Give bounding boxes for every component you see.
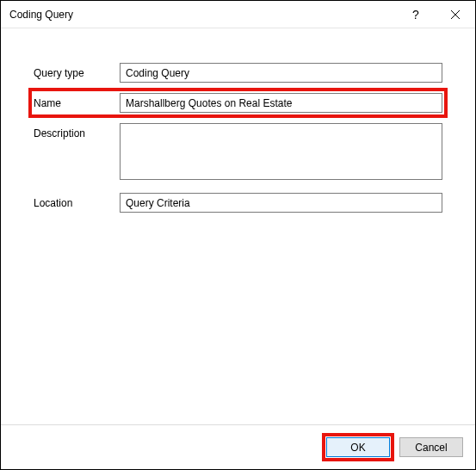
dialog-window: Coding Query ? Query type Name Descripti… [0,0,476,470]
window-title: Coding Query [9,9,396,21]
row-name: Name [34,93,442,113]
cancel-button[interactable]: Cancel [399,437,463,457]
row-location: Location [34,193,442,213]
dialog-footer: OK Cancel [1,424,475,469]
highlight-name-row: Name [28,88,448,118]
highlight-ok-button: OK [322,433,394,461]
label-query-type: Query type [34,63,120,79]
location-field[interactable] [120,193,442,213]
close-button[interactable] [436,1,475,28]
row-description: Description [34,123,442,182]
description-field[interactable] [120,123,442,180]
label-description: Description [34,123,120,139]
label-name: Name [34,93,120,109]
ok-button[interactable]: OK [326,437,390,457]
help-button[interactable]: ? [396,1,436,28]
query-type-field[interactable] [120,63,442,83]
titlebar: Coding Query ? [1,1,475,28]
dialog-body: Query type Name Description Location [1,28,475,424]
close-icon [451,10,460,19]
row-query-type: Query type [34,63,442,83]
label-location: Location [34,193,120,209]
name-field[interactable] [120,93,442,113]
